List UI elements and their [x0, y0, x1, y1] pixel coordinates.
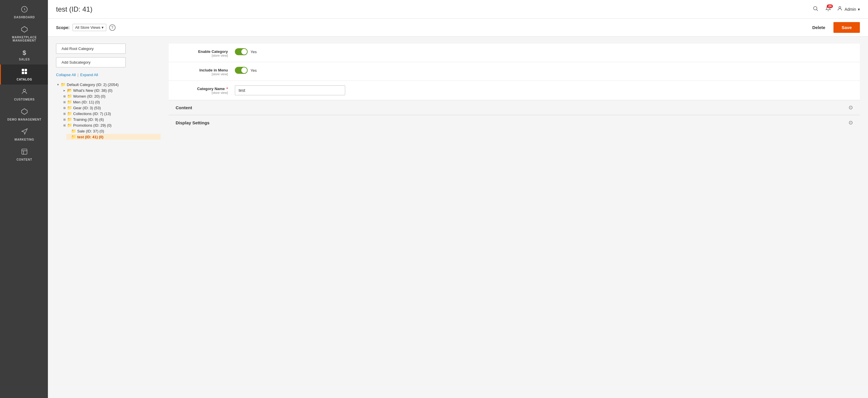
- svg-rect-3: [25, 69, 27, 71]
- sidebar-item-marketing[interactable]: MARKETING: [0, 125, 48, 145]
- tree-folder-icon: 📁: [67, 123, 72, 127]
- display-settings-section-header[interactable]: Display Settings ⊙: [169, 115, 860, 130]
- tree-toggle-gear[interactable]: ⊞: [62, 106, 66, 110]
- scope-label: Scope:: [56, 25, 70, 30]
- tree-toggle-promotions[interactable]: ⊞: [62, 124, 66, 127]
- add-root-category-button[interactable]: Add Root Category: [56, 44, 126, 54]
- category-name-row: Category Name * [store view]: [169, 81, 860, 100]
- store-view-select[interactable]: All Store Views ▾: [72, 24, 106, 31]
- tree-node-label: Sale (ID: 37) (0): [77, 129, 104, 133]
- page-title: test (ID: 41): [56, 5, 92, 13]
- tree-node-training[interactable]: ⊞ 📁 Training (ID: 9) (6): [62, 116, 160, 122]
- sidebar-item-dashboard[interactable]: DASHBOARD: [0, 2, 48, 22]
- expand-all-button[interactable]: Expand All: [80, 73, 98, 77]
- tree-node-whatsnew[interactable]: ▸ 📂 What's New (ID: 38) (0): [62, 87, 160, 93]
- display-settings-chevron-icon: ⊙: [848, 119, 853, 126]
- include-menu-row: Include in Menu [store view] Yes: [169, 62, 860, 81]
- category-name-input[interactable]: [235, 85, 345, 95]
- content-section-chevron-icon: ⊙: [848, 104, 853, 111]
- tree-folder-icon: 📂: [67, 88, 72, 93]
- demo-icon: [21, 108, 28, 117]
- include-menu-sublabel: [store view]: [176, 72, 228, 76]
- svg-rect-5: [25, 72, 27, 74]
- tree-toggle-collections[interactable]: ⊞: [62, 112, 66, 115]
- tree-node-label: What's New (ID: 38) (0): [73, 88, 112, 93]
- tree-node-women[interactable]: ⊞ 📁 Women (ID: 20) (0): [62, 93, 160, 99]
- svg-point-13: [839, 6, 841, 8]
- svg-rect-4: [22, 72, 24, 74]
- tree-toggle-default[interactable]: ▾: [56, 83, 60, 87]
- tree-folder-icon: 📁: [67, 94, 72, 98]
- tree-children-promotions: 📁 Sale (ID: 37) (0) 📁 test (ID: 41) (0): [62, 128, 160, 140]
- tree-folder-icon: 📁: [71, 129, 76, 133]
- tree-node-men[interactable]: ⊞ 📁 Men (ID: 11) (0): [62, 99, 160, 105]
- save-button[interactable]: Save: [833, 22, 860, 33]
- sidebar-item-label: SALES: [19, 58, 30, 61]
- user-avatar-icon: [837, 5, 843, 13]
- chevron-down-icon: ▾: [102, 25, 104, 30]
- tree-folder-icon: 📁: [67, 111, 72, 116]
- sidebar-item-label: DEMO MANAGEMENT: [7, 118, 41, 121]
- sidebar-item-catalog[interactable]: CATALOG: [0, 64, 48, 85]
- tree-node-test[interactable]: 📁 test (ID: 41) (0): [66, 134, 160, 140]
- help-icon[interactable]: ?: [109, 24, 116, 31]
- customers-icon: [21, 88, 28, 97]
- tree-toggle-women[interactable]: ⊞: [62, 95, 66, 98]
- add-subcategory-button[interactable]: Add Subcategory: [56, 57, 126, 67]
- content-section-header[interactable]: Content ⊙: [169, 100, 860, 115]
- include-menu-label: Include in Menu: [176, 68, 228, 72]
- enable-category-label-group: Enable Category [store view]: [176, 48, 228, 57]
- form-section-main: Enable Category [store view] Yes: [169, 44, 860, 100]
- sidebar-item-label: MARKETING: [14, 138, 34, 141]
- svg-point-6: [23, 89, 26, 91]
- enable-category-yes: Yes: [251, 50, 257, 54]
- sidebar-item-label: MARKETPLACE MANAGEMENT: [3, 36, 45, 42]
- right-panel: Enable Category [store view] Yes: [169, 44, 860, 391]
- include-menu-label-group: Include in Menu [store view]: [176, 67, 228, 76]
- tree-divider: |: [78, 73, 79, 77]
- required-star: *: [226, 87, 228, 91]
- enable-category-sublabel: [store view]: [176, 54, 228, 57]
- sidebar-item-customers[interactable]: CUSTOMERS: [0, 85, 48, 105]
- collapse-all-button[interactable]: Collapse All: [56, 73, 76, 77]
- user-menu-chevron-icon: ▾: [858, 7, 860, 11]
- svg-rect-2: [22, 69, 24, 71]
- tree-node-collections[interactable]: ⊞ 📁 Collections (ID: 7) (13): [62, 111, 160, 116]
- delete-button[interactable]: Delete: [808, 23, 830, 32]
- sidebar-item-marketplace[interactable]: MARKETPLACE MANAGEMENT: [0, 22, 48, 46]
- tree-toggle-whatsnew[interactable]: ▸: [62, 89, 66, 92]
- sidebar-item-label: DASHBOARD: [14, 16, 35, 19]
- svg-point-11: [814, 6, 817, 10]
- content-icon: [21, 148, 28, 157]
- sidebar-item-demo-management[interactable]: DEMO MANAGEMENT: [0, 105, 48, 125]
- sidebar-item-label: CUSTOMERS: [14, 98, 35, 101]
- tree-node-promotions[interactable]: ⊞ 📁 Promotions (ID: 29) (0): [62, 122, 160, 128]
- content-section-title: Content: [176, 105, 192, 110]
- enable-category-toggle[interactable]: [235, 48, 248, 55]
- category-name-label: Category Name *: [176, 87, 228, 91]
- marketing-icon: [21, 128, 28, 137]
- sidebar-item-content[interactable]: CONTENT: [0, 145, 48, 165]
- user-menu-button[interactable]: Admin ▾: [837, 5, 860, 13]
- include-menu-yes: Yes: [251, 68, 257, 73]
- tree-node-gear[interactable]: ⊞ 📁 Gear (ID: 3) (53): [62, 105, 160, 111]
- tree-folder-icon: 📁: [67, 100, 72, 104]
- tree-node-default[interactable]: ▾ 📁 Default Category (ID: 2) (2054): [56, 82, 160, 87]
- tree-node-label: Men (ID: 11) (0): [73, 100, 100, 104]
- sidebar-item-sales[interactable]: $ SALES: [0, 46, 48, 64]
- tree-node-sale[interactable]: 📁 Sale (ID: 37) (0): [66, 128, 160, 134]
- notification-badge: 24: [827, 4, 833, 8]
- tree-controls: Collapse All | Expand All: [56, 73, 160, 77]
- search-button[interactable]: [811, 4, 819, 14]
- tree-toggle-men[interactable]: ⊞: [62, 101, 66, 104]
- tree-node-label: Women (ID: 20) (0): [73, 94, 105, 98]
- tree-folder-icon: 📁: [67, 117, 72, 122]
- notification-button[interactable]: 24: [825, 5, 831, 13]
- sales-icon: $: [23, 49, 26, 57]
- toggle-thumb: [241, 67, 247, 73]
- include-menu-toggle[interactable]: [235, 67, 248, 74]
- dashboard-icon: [21, 6, 28, 15]
- category-name-control: [235, 85, 853, 95]
- tree-toggle-training[interactable]: ⊞: [62, 118, 66, 121]
- scope-left: Scope: All Store Views ▾ ?: [56, 24, 116, 31]
